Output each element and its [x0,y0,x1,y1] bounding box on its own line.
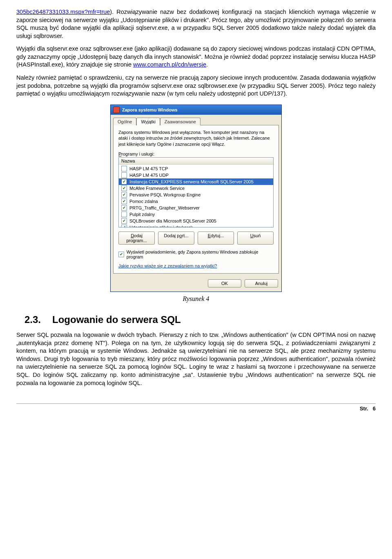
checkbox-icon[interactable]: ✔ [121,192,127,198]
tab-advanced[interactable]: Zaawansowane [160,118,200,125]
list-item-label: Pomoc zdalna [129,199,158,204]
checkbox-icon[interactable] [121,212,127,217]
link-mspx[interactable]: 305bc26487331033.mspx?mfr=true [16,9,110,15]
notify-label: Wyświetl powiadomienie, gdy Zapora syste… [127,249,274,259]
list-label-rest: rogramy i usługi: [121,151,154,156]
tab-exceptions[interactable]: Wyjątki [136,118,160,125]
notify-rest: yświetl powiadomienie, gdy Zapora system… [127,249,258,259]
cancel-button[interactable]: Anuluj [245,279,278,287]
list-item[interactable]: ✔Pomoc zdalna [119,198,273,205]
page-footer: Str. 6 [16,403,376,412]
column-header-name[interactable]: Nazwa [119,158,273,165]
notify-checkbox-row[interactable]: ✔ Wyświetl powiadomienie, gdy Zapora sys… [118,249,274,259]
para2-text-b: . [206,61,208,68]
notify-checkbox[interactable]: ✔ [118,252,124,257]
list-item-label: Pervasive PSQL Workgroup Engine [129,192,200,197]
list-item[interactable]: ✔Pervasive PSQL Workgroup Engine [119,192,273,198]
paragraph-2: Wyjątki dla sqlservr.exe oraz sqlbrowser… [16,45,376,69]
checkbox-icon[interactable]: ✔ [121,205,127,211]
edit-button[interactable]: Edytuj... [198,232,234,245]
list-item-label: Instancja CDN_EXPRESS serwera Microsoft … [129,179,254,184]
list-item-label: Pulpit zdalny [129,212,155,217]
checkbox-icon[interactable]: ✔ [121,198,127,204]
section-number: 2.3. [24,314,41,325]
add-program-button[interactable]: Dodaj program... [118,232,155,245]
firewall-dialog: Zapora systemu Windows Ogólne Wyjątki Za… [110,105,282,292]
btn-label: odaj program... [126,233,147,243]
add-port-button[interactable]: Dodaj port... [158,232,194,245]
programs-listbox[interactable]: Nazwa HASP LM 475 TCPHASP LM 475 UDP✔Ins… [118,157,274,227]
list-item[interactable]: ✔SQLBrowser dla Microsoft SQLServer 2005 [119,218,273,224]
footer-label: Str. [360,405,368,412]
checkbox-icon[interactable]: ✔ [121,185,127,191]
checkbox-icon[interactable]: ✔ [121,179,127,185]
list-item[interactable]: ✔McAfee Framework Service [119,185,273,192]
delete-button[interactable]: Usuń [237,232,274,245]
list-item-label: SQLBrowser dla Microsoft SQLServer 2005 [129,218,216,223]
paragraph-1: 305bc26487331033.mspx?mfr=true). Rozwiąz… [16,8,376,40]
list-item-label: Udostępnianie plików i drukarek [129,225,193,227]
btn-label: suń [254,233,261,238]
list-item-label: McAfee Framework Service [129,186,185,191]
list-item-label: PRTG_Traffic_Grapher_Webserver [129,205,200,210]
link-comarch[interactable]: www.comarch.pl/cdn/wersje [133,61,206,68]
button-row: Dodaj program... Dodaj port... Edytuj...… [118,232,274,245]
list-item[interactable]: ✔PRTG_Traffic_Grapher_Webserver [119,205,273,211]
list-item-label: HASP LM 475 UDP [129,173,169,178]
checkbox-icon[interactable] [121,166,127,171]
btn-label: dytuj... [211,233,224,238]
risk-help-link[interactable]: Jakie ryzyko wiąże się z zezwalaniem na … [118,263,217,268]
accel: W [127,249,131,254]
section-title: Logowanie do serwera SQL [52,314,181,325]
dialog-titlebar[interactable]: Zapora systemu Windows [111,105,281,115]
checkbox-icon[interactable] [121,172,127,178]
dialog-tabs: Ogólne Wyjątki Zaawansowane [111,115,281,125]
btn-label-rest: rt... [182,233,189,238]
paragraph-4: Serwer SQL pozwala na logowanie w dwóch … [16,331,376,387]
list-item[interactable]: ✔Instancja CDN_EXPRESS serwera Microsoft… [119,178,273,185]
ok-button[interactable]: OK [208,279,241,287]
checkbox-icon[interactable]: ✔ [121,225,127,227]
list-item[interactable]: ✔Udostępnianie plików i drukarek [119,224,273,227]
footer-page-number: 6 [373,405,376,412]
list-item[interactable]: Pulpit zdalny [119,211,273,218]
accel: D [131,233,134,238]
list-item[interactable]: HASP LM 475 TCP [119,165,273,172]
paragraph-3: Należy również pamiętać o sprawdzeniu, c… [16,74,376,98]
accel: E [208,233,211,238]
figure-caption: Rysunek 4 [16,295,376,303]
section-heading: 2.3.Logowanie do serwera SQL [24,314,376,325]
dialog-title: Zapora systemu Windows [122,107,178,112]
tab-panel: Zapora systemu Windows jest wyłączona. T… [113,125,279,274]
list-label: Programy i usługi: [118,151,274,156]
info-text: Zapora systemu Windows jest wyłączona. T… [118,129,274,148]
tab-general[interactable]: Ogólne [113,118,136,125]
btn-label-pre: Dodaj p [164,233,180,238]
accel: U [250,233,254,238]
checkbox-icon[interactable]: ✔ [121,218,127,224]
list-item-label: HASP LM 475 TCP [129,166,168,171]
list-item[interactable]: HASP LM 475 UDP [119,172,273,178]
shield-icon [113,107,120,113]
dialog-bottom-bar: OK Anuluj [111,276,281,292]
